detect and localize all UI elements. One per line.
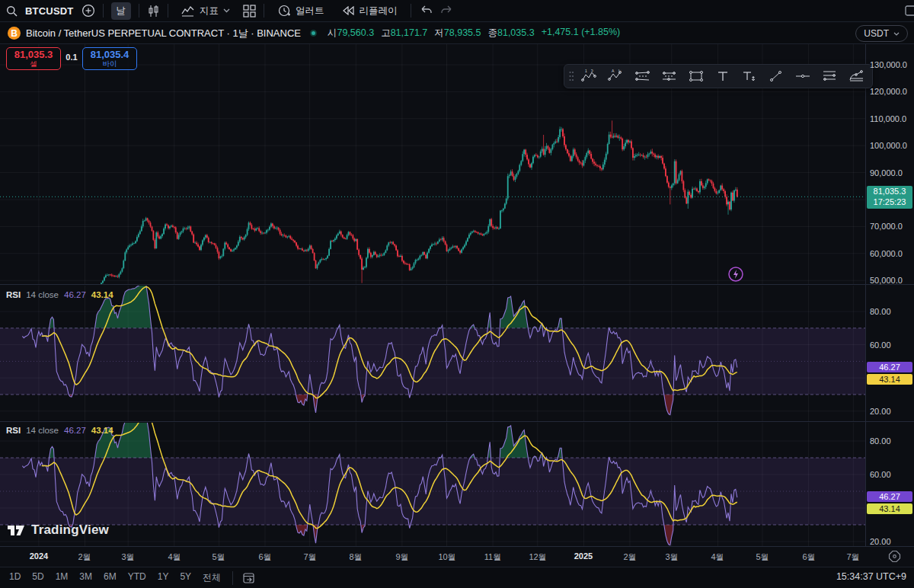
indicator-name: RSI <box>6 290 21 299</box>
range-button-5D[interactable]: 5D <box>32 571 43 584</box>
tradingview-watermark[interactable]: TradingView <box>8 522 109 538</box>
replay-icon <box>343 6 355 15</box>
low-value: 78,935.5 <box>444 27 481 38</box>
rsi-axis-label: 80.00 <box>870 436 914 446</box>
rsi-pane-2[interactable] <box>0 423 865 546</box>
time-axis-label: 2025 <box>567 551 600 561</box>
time-axis-label: 10월 <box>430 551 464 563</box>
redo-icon[interactable] <box>440 5 454 16</box>
open-label: 시 <box>328 27 337 38</box>
range-button-YTD[interactable]: YTD <box>128 571 146 584</box>
bitcoin-icon: B <box>8 27 21 40</box>
quick-trade-lightning-icon[interactable] <box>727 266 744 283</box>
toolbar-separator <box>139 4 139 18</box>
clock-timezone[interactable]: 15:34:37 UTC+9 <box>836 571 906 582</box>
horizontal-line-icon[interactable] <box>790 66 815 86</box>
toolbar-separator <box>411 4 411 18</box>
sell-button[interactable]: 81,035.3 셀 <box>6 47 61 70</box>
search-icon[interactable] <box>6 5 18 17</box>
range-button-1M[interactable]: 1M <box>56 571 69 584</box>
toolbar-separator <box>264 4 264 18</box>
indicators-button[interactable]: 지표 <box>176 2 235 20</box>
symbol-info-bar: B Bitcoin / TetherUS PERPETUAL CONTRACT … <box>0 23 914 44</box>
price-axis-label: 120,000.0 <box>870 87 914 96</box>
clipped-toolbar-icon[interactable] <box>905 5 914 17</box>
parallel-channel-icon[interactable] <box>657 66 682 86</box>
low-label: 저 <box>434 27 444 38</box>
rsi1-legend[interactable]: RSI 14 close 46.27 43.14 <box>6 290 113 299</box>
svg-text:1: 1 <box>585 69 587 73</box>
sell-label: 셀 <box>30 60 37 68</box>
alert-button[interactable]: 얼러트 <box>272 2 330 20</box>
toolbar-separator <box>103 4 104 18</box>
symbol-search-button[interactable]: BTCUSDT <box>25 5 74 17</box>
rectangle-icon[interactable] <box>683 66 708 86</box>
time-axis-label: 9월 <box>385 551 419 563</box>
indicator-name: RSI <box>6 426 21 435</box>
time-axis[interactable]: 20242월3월4월5월6월7월8월9월10월11월12월20252월3월4월5… <box>0 546 914 567</box>
time-axis-label: 3월 <box>655 551 689 563</box>
high-value: 81,171.7 <box>391 27 428 38</box>
currency-dropdown[interactable]: USDT <box>855 25 908 42</box>
rsi-value-badge: 46.27 <box>867 362 912 372</box>
anchored-text-icon[interactable] <box>737 66 762 86</box>
replay-button[interactable]: 리플레이 <box>337 2 403 20</box>
chart-style-icon[interactable] <box>147 5 160 18</box>
indicators-label: 지표 <box>200 5 219 18</box>
price-axis-label: 50,000.0 <box>870 276 914 285</box>
rsi-axis-label: 20.00 <box>870 537 914 546</box>
market-status-dot[interactable] <box>310 30 317 37</box>
price-axis-label: 100,000.0 <box>870 141 914 150</box>
rsi-pane-1[interactable] <box>0 286 865 421</box>
price-axis-label: 130,000.0 <box>870 60 914 69</box>
close-value: 81,035.3 <box>497 27 535 38</box>
fib-retracement-icon[interactable] <box>817 66 842 86</box>
rsi-ma-value: 43.14 <box>91 290 113 299</box>
range-button-6M[interactable]: 6M <box>104 571 117 584</box>
range-button-3M[interactable]: 3M <box>79 571 92 584</box>
pane-separator[interactable] <box>0 284 914 285</box>
rsi-axis-label: 80.00 <box>870 307 914 316</box>
ohlc-values: 시79,560.3 고81,171.7 저78,935.5 종81,035.3 … <box>328 27 620 40</box>
elliott-correction-icon[interactable]: AC <box>603 66 628 86</box>
replay-label: 리플레이 <box>360 5 398 18</box>
layout-grid-icon[interactable] <box>243 5 256 18</box>
compare-add-icon[interactable] <box>81 4 95 18</box>
rsi-ma-badge: 43.14 <box>867 374 912 385</box>
interval-button[interactable]: 날 <box>111 2 132 20</box>
drawing-toolbar: 15 AC <box>564 64 873 88</box>
high-label: 고 <box>381 27 391 38</box>
time-axis-label: 5월 <box>746 551 779 563</box>
price-axis-label: 90,000.0 <box>870 168 914 177</box>
pane-separator[interactable] <box>0 421 914 422</box>
range-button-1Y[interactable]: 1Y <box>158 571 169 584</box>
time-axis-label: 7월 <box>293 551 327 563</box>
polyline-icon[interactable] <box>843 66 868 86</box>
trend-line-icon[interactable] <box>763 66 788 86</box>
range-button-5Y[interactable]: 5Y <box>180 571 191 584</box>
time-axis-label: 11월 <box>476 551 510 563</box>
buy-price: 81,035.4 <box>91 50 129 60</box>
symbol-title[interactable]: Bitcoin / TetherUS PERPETUAL CONTRACT · … <box>26 27 301 40</box>
price-axis-label: 70,000.0 <box>870 222 914 231</box>
undo-icon[interactable] <box>419 5 433 16</box>
bottom-toolbar: 1D5D1M3M6MYTD1Y5Y전체 <box>0 567 914 588</box>
buy-button[interactable]: 81,035.4 바이 <box>82 47 137 70</box>
rsi-axis-label: 20.00 <box>870 407 914 416</box>
time-axis-label: 3월 <box>111 551 145 563</box>
range-button-1D[interactable]: 1D <box>9 571 21 584</box>
text-icon[interactable] <box>710 66 735 86</box>
indicators-icon <box>181 5 195 17</box>
rsi2-legend[interactable]: RSI 14 close 46.27 43.14 <box>6 426 113 435</box>
time-axis-label: 8월 <box>339 551 372 563</box>
go-to-date-icon[interactable] <box>242 572 256 584</box>
drag-handle[interactable] <box>567 66 575 86</box>
disjoint-channel-icon[interactable] <box>630 66 655 86</box>
indicator-params: 14 close <box>26 290 59 299</box>
chevron-down-icon <box>893 32 900 36</box>
rsi-value-badge: 46.27 <box>867 491 912 502</box>
elliott-impulse-icon[interactable]: 15 <box>577 66 602 86</box>
time-axis-settings-icon[interactable] <box>888 550 901 563</box>
range-buttons: 1D5D1M3M6MYTD1Y5Y전체 <box>9 571 232 584</box>
range-button-전체[interactable]: 전체 <box>203 571 221 584</box>
